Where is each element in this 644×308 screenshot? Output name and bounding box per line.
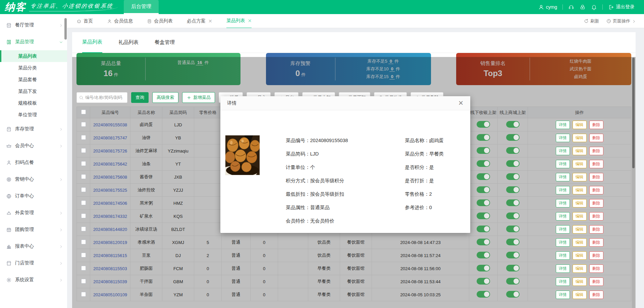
row-checkbox[interactable] bbox=[81, 200, 86, 205]
del-button[interactable]: 删除 bbox=[589, 160, 603, 168]
mall-on-toggle[interactable] bbox=[506, 212, 520, 219]
refresh-button[interactable]: 刷新 bbox=[584, 18, 599, 24]
detail-button[interactable]: 详情 bbox=[556, 238, 570, 247]
mall-on-toggle[interactable] bbox=[506, 265, 520, 271]
mall-on-toggle[interactable] bbox=[506, 291, 520, 298]
pos-on-toggle[interactable] bbox=[477, 160, 490, 167]
bell-icon[interactable] bbox=[591, 4, 597, 10]
del-button[interactable]: 删除 bbox=[589, 186, 603, 194]
mall-on-toggle[interactable] bbox=[506, 239, 520, 245]
pos-on-toggle[interactable] bbox=[477, 147, 490, 154]
edit-button[interactable]: 编辑 bbox=[573, 173, 587, 181]
pos-on-toggle[interactable] bbox=[477, 278, 490, 285]
row-checkbox[interactable] bbox=[81, 174, 86, 179]
row-checkbox[interactable] bbox=[81, 122, 86, 127]
user-menu[interactable]: cymg bbox=[538, 4, 557, 10]
pos-on-toggle[interactable] bbox=[477, 265, 490, 271]
detail-button[interactable]: 详情 bbox=[556, 199, 570, 207]
sidebar-item-6[interactable]: 订单中心 bbox=[0, 188, 67, 204]
sidebar-item-4[interactable]: 扫码点餐 bbox=[0, 154, 67, 171]
row-checkbox[interactable] bbox=[81, 213, 86, 218]
sidebar-item-3[interactable]: 会员中心 bbox=[0, 137, 67, 154]
sidebar-item-1[interactable]: 菜品管理 bbox=[0, 34, 67, 50]
mall-on-toggle[interactable] bbox=[506, 121, 520, 128]
logout-button[interactable]: 退出登录 bbox=[608, 4, 635, 10]
mall-on-toggle[interactable] bbox=[506, 147, 520, 154]
sidebar-item-5[interactable]: 营销中心 bbox=[0, 171, 67, 188]
del-button[interactable]: 删除 bbox=[589, 225, 603, 234]
detail-button[interactable]: 详情 bbox=[556, 160, 570, 168]
pos-on-toggle[interactable] bbox=[477, 186, 490, 193]
close-icon[interactable]: ✕ bbox=[208, 18, 212, 24]
toolbar-button-1[interactable]: 高级搜索 bbox=[152, 92, 178, 103]
del-button[interactable]: 删除 bbox=[589, 291, 603, 299]
edit-button[interactable]: 编辑 bbox=[573, 199, 587, 207]
edit-button[interactable]: 编辑 bbox=[573, 251, 587, 260]
sidebar-subitem-0[interactable]: 菜品列表 bbox=[0, 50, 67, 62]
mall-on-toggle[interactable] bbox=[506, 226, 520, 232]
detail-button[interactable]: 详情 bbox=[556, 225, 570, 234]
detail-button[interactable]: 详情 bbox=[556, 251, 570, 260]
sidebar-item-11[interactable]: 系统设置 bbox=[0, 271, 67, 288]
sidebar-item-2[interactable]: 库存管理 bbox=[0, 121, 67, 137]
sidebar-item-0[interactable]: 餐厅管理 bbox=[0, 17, 67, 34]
mall-on-toggle[interactable] bbox=[506, 278, 520, 285]
row-checkbox[interactable] bbox=[81, 148, 86, 153]
del-button[interactable]: 删除 bbox=[589, 147, 603, 155]
detail-button[interactable]: 详情 bbox=[556, 291, 570, 299]
edit-button[interactable]: 编辑 bbox=[573, 238, 587, 247]
support-icon[interactable] bbox=[568, 4, 574, 10]
sidebar-subitem-1[interactable]: 菜品分类 bbox=[0, 62, 67, 74]
del-button[interactable]: 删除 bbox=[589, 238, 603, 247]
edit-button[interactable]: 编辑 bbox=[573, 225, 587, 234]
detail-button[interactable]: 详情 bbox=[556, 278, 570, 286]
row-checkbox[interactable] bbox=[81, 187, 86, 192]
close-icon[interactable]: ✕ bbox=[458, 100, 464, 106]
row-checkbox[interactable] bbox=[81, 279, 86, 284]
detail-button[interactable]: 详情 bbox=[556, 134, 570, 142]
detail-button[interactable]: 详情 bbox=[556, 173, 570, 181]
pos-on-toggle[interactable] bbox=[477, 173, 490, 180]
mall-on-toggle[interactable] bbox=[506, 199, 520, 206]
subtab-2[interactable]: 餐盒管理 bbox=[155, 32, 175, 53]
mall-on-toggle[interactable] bbox=[506, 134, 520, 141]
edit-button[interactable]: 编辑 bbox=[573, 264, 587, 273]
pos-on-toggle[interactable] bbox=[477, 252, 490, 258]
sidebar-item-9[interactable]: 报表中心 bbox=[0, 238, 67, 255]
edit-button[interactable]: 编辑 bbox=[573, 134, 587, 142]
pos-on-toggle[interactable] bbox=[477, 199, 490, 206]
close-icon[interactable]: ✕ bbox=[248, 18, 252, 23]
detail-button[interactable]: 详情 bbox=[556, 212, 570, 221]
tab-4[interactable]: 菜品列表✕ bbox=[226, 14, 252, 28]
sidebar-subitem-3[interactable]: 菜品下发 bbox=[0, 85, 67, 97]
row-checkbox[interactable] bbox=[81, 161, 86, 166]
toolbar-button-2[interactable]: 新增菜品 bbox=[182, 92, 215, 103]
detail-button[interactable]: 详情 bbox=[556, 264, 570, 273]
sidebar-subitem-4[interactable]: 规格模板 bbox=[0, 97, 67, 109]
sidebar-item-10[interactable]: 门店管理 bbox=[0, 255, 67, 271]
edit-button[interactable]: 编辑 bbox=[573, 186, 587, 194]
tab-1[interactable]: 会员信息 bbox=[107, 14, 133, 28]
pos-on-toggle[interactable] bbox=[477, 291, 490, 298]
subtab-0[interactable]: 菜品列表 bbox=[82, 32, 102, 53]
edit-button[interactable]: 编辑 bbox=[573, 212, 587, 221]
del-button[interactable]: 删除 bbox=[589, 199, 603, 207]
mall-on-toggle[interactable] bbox=[506, 252, 520, 258]
detail-button[interactable]: 详情 bbox=[556, 147, 570, 155]
del-button[interactable]: 删除 bbox=[589, 173, 603, 181]
del-button[interactable]: 删除 bbox=[589, 134, 603, 142]
pos-on-toggle[interactable] bbox=[477, 134, 490, 141]
edit-button[interactable]: 编辑 bbox=[573, 278, 587, 286]
del-button[interactable]: 删除 bbox=[589, 278, 603, 286]
mall-on-toggle[interactable] bbox=[506, 160, 520, 167]
sidebar-item-8[interactable]: 团购管理 bbox=[0, 221, 67, 238]
backend-nav-tab[interactable]: 后台管理 bbox=[124, 0, 159, 14]
page-ops-button[interactable]: 页面操作 bbox=[606, 18, 636, 24]
tab-2[interactable]: 会员列表 bbox=[147, 14, 173, 28]
pos-on-toggle[interactable] bbox=[477, 121, 490, 128]
del-button[interactable]: 删除 bbox=[589, 251, 603, 260]
row-checkbox[interactable] bbox=[81, 227, 86, 231]
lock-icon[interactable] bbox=[580, 4, 586, 10]
select-all-checkbox[interactable] bbox=[81, 110, 86, 114]
row-checkbox[interactable] bbox=[81, 253, 86, 257]
